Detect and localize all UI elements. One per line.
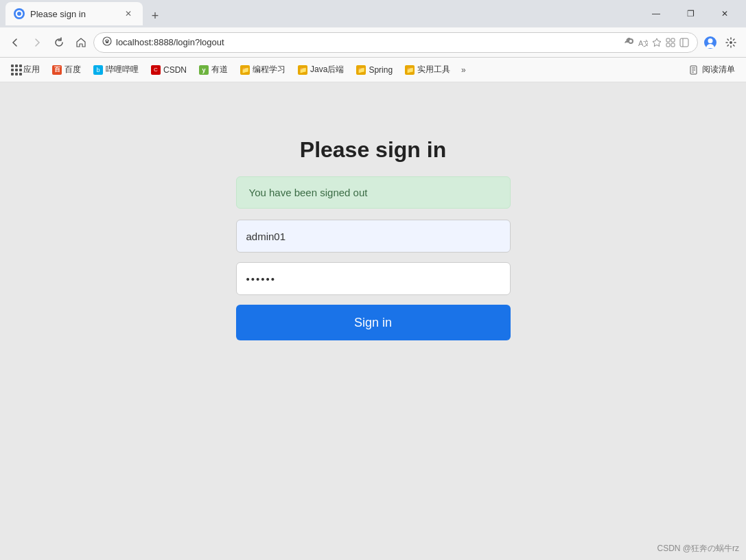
bookmark-java-label: Java后端 xyxy=(310,64,344,75)
settings-button[interactable] xyxy=(721,33,741,52)
url-text: localhost:8888/login?logout xyxy=(116,37,620,47)
extensions-icon xyxy=(666,38,675,47)
window-controls: — ❐ ✕ xyxy=(640,3,741,25)
bookmark-csdn[interactable]: C CSDN xyxy=(145,62,192,78)
tab-bar: Please sign in ✕ + xyxy=(5,2,640,25)
svg-point-12 xyxy=(730,41,732,44)
tab-close-button[interactable]: ✕ xyxy=(122,8,135,20)
bookmark-baidu[interactable]: 百 百度 xyxy=(47,61,86,78)
back-button[interactable] xyxy=(5,33,25,52)
reload-button[interactable] xyxy=(49,33,69,52)
svg-rect-6 xyxy=(671,38,675,42)
svg-rect-7 xyxy=(666,43,670,47)
more-bookmarks-button[interactable]: » xyxy=(457,62,470,78)
apps-grid-icon xyxy=(11,65,21,75)
security-icon xyxy=(102,36,112,48)
bookmark-apps-label: 应用 xyxy=(23,64,40,75)
bookmark-star-icon xyxy=(652,38,662,47)
forward-button[interactable] xyxy=(27,33,47,52)
reading-list-icon xyxy=(690,65,699,75)
active-tab[interactable]: Please sign in ✕ xyxy=(5,2,143,25)
bookmark-tools[interactable]: 📁 实用工具 xyxy=(399,61,456,78)
key-icon xyxy=(625,38,634,47)
alert-message: You have been signed out xyxy=(236,176,511,209)
spring-folder-icon: 📁 xyxy=(356,65,366,75)
tab-favicon xyxy=(14,8,25,19)
bookmark-bilibili[interactable]: b 哔哩哔哩 xyxy=(88,61,144,78)
tools-folder-icon: 📁 xyxy=(405,65,415,75)
close-button[interactable]: ✕ xyxy=(709,3,741,25)
page-title: Please sign in xyxy=(300,137,446,163)
bookmark-apps[interactable]: 应用 xyxy=(5,61,45,78)
new-tab-button[interactable]: + xyxy=(145,6,165,25)
translate-icon: A文 xyxy=(638,38,648,47)
bookmarks-bar: 应用 百 百度 b 哔哩哔哩 C CSDN y 有道 📁 编程学习 📁 Java… xyxy=(0,58,746,82)
home-button[interactable] xyxy=(71,33,91,52)
reading-list-label: 阅读清单 xyxy=(702,64,735,75)
bookmark-baidu-label: 百度 xyxy=(65,64,81,75)
nav-bar: localhost:8888/login?logout A文 xyxy=(0,27,746,58)
reading-list-button[interactable]: 阅读清单 xyxy=(684,61,741,78)
java-folder-icon: 📁 xyxy=(298,65,307,75)
browser-chrome: Please sign in ✕ + — ❐ ✕ localhost xyxy=(0,0,746,82)
title-bar: Please sign in ✕ + — ❐ ✕ xyxy=(0,0,746,27)
svg-rect-9 xyxy=(680,38,688,47)
youdao-icon: y xyxy=(199,65,209,75)
tab-title: Please sign in xyxy=(30,9,86,19)
maximize-button[interactable]: ❐ xyxy=(675,3,706,25)
bookmark-coding[interactable]: 📁 编程学习 xyxy=(235,61,291,78)
bookmark-youdao-label: 有道 xyxy=(211,64,228,75)
login-container: Please sign in You have been signed out … xyxy=(236,137,511,340)
bookmark-tools-label: 实用工具 xyxy=(417,64,450,75)
nav-right-controls xyxy=(701,33,741,52)
bookmark-spring-label: Spring xyxy=(369,65,393,75)
bookmark-youdao[interactable]: y 有道 xyxy=(194,61,233,78)
address-bar[interactable]: localhost:8888/login?logout A文 xyxy=(93,32,698,53)
minimize-button[interactable]: — xyxy=(640,3,672,25)
profile-button[interactable] xyxy=(701,33,720,52)
svg-rect-3 xyxy=(106,41,108,43)
bookmark-java[interactable]: 📁 Java后端 xyxy=(292,61,349,78)
bilibili-icon: b xyxy=(93,65,103,75)
sign-in-button[interactable]: Sign in xyxy=(236,305,511,340)
bookmark-bilibili-label: 哔哩哔哩 xyxy=(106,64,139,75)
bookmark-spring[interactable]: 📁 Spring xyxy=(351,62,398,78)
svg-rect-5 xyxy=(666,38,670,42)
svg-point-1 xyxy=(17,12,21,16)
baidu-icon: 百 xyxy=(52,65,62,75)
username-input[interactable] xyxy=(236,220,511,253)
watermark: CSDN @狂奔の蜗牛rz xyxy=(657,543,739,555)
password-input[interactable] xyxy=(236,262,511,295)
coding-folder-icon: 📁 xyxy=(240,65,250,75)
svg-text:A文: A文 xyxy=(638,39,648,47)
page-content: Please sign in You have been signed out … xyxy=(0,82,746,560)
bookmark-coding-label: 编程学习 xyxy=(253,64,285,75)
sidebar-icon xyxy=(679,38,689,47)
bookmark-csdn-label: CSDN xyxy=(163,65,187,75)
csdn-icon: C xyxy=(151,65,161,75)
svg-rect-8 xyxy=(671,43,675,47)
